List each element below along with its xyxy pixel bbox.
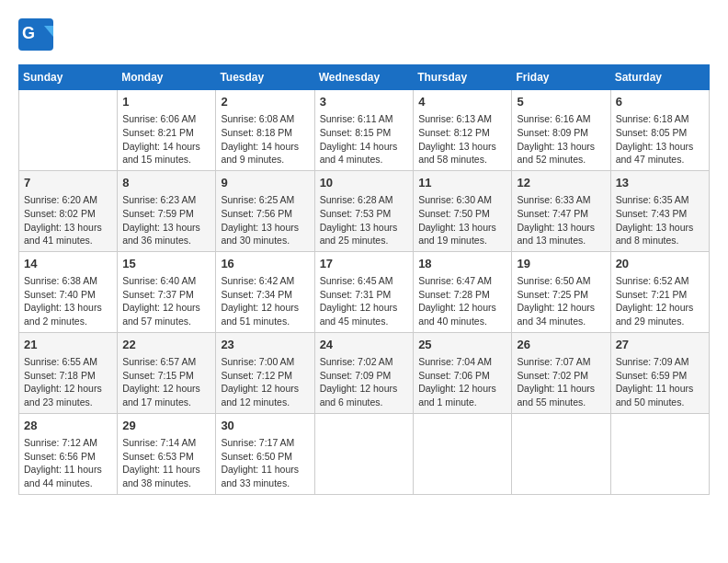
- day-number: 24: [320, 337, 409, 353]
- day-number: 26: [517, 337, 605, 353]
- calendar-cell: 28Sunrise: 7:12 AM Sunset: 6:56 PM Dayli…: [19, 413, 118, 494]
- header-cell-tuesday: Tuesday: [216, 65, 314, 90]
- day-number: 19: [517, 256, 605, 272]
- calendar-cell: 29Sunrise: 7:14 AM Sunset: 6:53 PM Dayli…: [118, 413, 216, 494]
- cell-content: Sunrise: 7:00 AM Sunset: 7:12 PM Dayligh…: [221, 355, 309, 409]
- header-cell-wednesday: Wednesday: [314, 65, 414, 90]
- week-row-2: 7Sunrise: 6:20 AM Sunset: 8:02 PM Daylig…: [19, 170, 710, 251]
- calendar-cell: 5Sunrise: 6:16 AM Sunset: 8:09 PM Daylig…: [512, 90, 610, 171]
- cell-content: Sunrise: 6:55 AM Sunset: 7:18 PM Dayligh…: [24, 355, 112, 409]
- cell-content: Sunrise: 6:06 AM Sunset: 8:21 PM Dayligh…: [122, 112, 210, 167]
- day-number: 18: [418, 256, 506, 272]
- cell-content: Sunrise: 6:20 AM Sunset: 8:02 PM Dayligh…: [24, 193, 112, 247]
- calendar-cell: 13Sunrise: 6:35 AM Sunset: 7:43 PM Dayli…: [610, 170, 709, 251]
- week-row-5: 28Sunrise: 7:12 AM Sunset: 6:56 PM Dayli…: [19, 413, 710, 494]
- calendar-cell: 27Sunrise: 7:09 AM Sunset: 6:59 PM Dayli…: [610, 332, 709, 413]
- calendar-cell: 15Sunrise: 6:40 AM Sunset: 7:37 PM Dayli…: [118, 251, 216, 332]
- day-number: 13: [616, 175, 704, 191]
- header-row: SundayMondayTuesdayWednesdayThursdayFrid…: [19, 65, 710, 90]
- day-number: 25: [418, 337, 506, 353]
- day-number: 29: [122, 418, 210, 434]
- calendar-cell: 8Sunrise: 6:23 AM Sunset: 7:59 PM Daylig…: [118, 170, 216, 251]
- cell-content: Sunrise: 7:17 AM Sunset: 6:50 PM Dayligh…: [221, 436, 309, 490]
- calendar-cell: [414, 413, 512, 494]
- calendar-cell: 25Sunrise: 7:04 AM Sunset: 7:06 PM Dayli…: [414, 332, 512, 413]
- header-cell-monday: Monday: [118, 65, 216, 90]
- cell-content: Sunrise: 6:23 AM Sunset: 7:59 PM Dayligh…: [122, 193, 210, 247]
- day-number: 30: [221, 418, 309, 434]
- day-number: 21: [24, 337, 112, 353]
- header-cell-friday: Friday: [512, 65, 610, 90]
- calendar-cell: 26Sunrise: 7:07 AM Sunset: 7:02 PM Dayli…: [512, 332, 610, 413]
- logo: G: [18, 18, 59, 51]
- cell-content: Sunrise: 6:13 AM Sunset: 8:12 PM Dayligh…: [418, 112, 506, 167]
- calendar-cell: 16Sunrise: 6:42 AM Sunset: 7:34 PM Dayli…: [216, 251, 314, 332]
- calendar-cell: 12Sunrise: 6:33 AM Sunset: 7:47 PM Dayli…: [512, 170, 610, 251]
- day-number: 11: [418, 175, 506, 191]
- day-number: 23: [221, 337, 309, 353]
- cell-content: Sunrise: 6:16 AM Sunset: 8:09 PM Dayligh…: [517, 112, 605, 167]
- cell-content: Sunrise: 6:45 AM Sunset: 7:31 PM Dayligh…: [320, 274, 409, 328]
- cell-content: Sunrise: 7:09 AM Sunset: 6:59 PM Dayligh…: [616, 355, 704, 409]
- cell-content: Sunrise: 6:57 AM Sunset: 7:15 PM Dayligh…: [122, 355, 210, 409]
- calendar-cell: [314, 413, 414, 494]
- cell-content: Sunrise: 7:04 AM Sunset: 7:06 PM Dayligh…: [418, 355, 506, 409]
- calendar-cell: 9Sunrise: 6:25 AM Sunset: 7:56 PM Daylig…: [216, 170, 314, 251]
- cell-content: Sunrise: 6:18 AM Sunset: 8:05 PM Dayligh…: [616, 112, 704, 167]
- day-number: 8: [122, 175, 210, 191]
- cell-content: Sunrise: 6:25 AM Sunset: 7:56 PM Dayligh…: [221, 193, 309, 247]
- day-number: 5: [517, 94, 605, 110]
- header-cell-thursday: Thursday: [414, 65, 512, 90]
- week-row-4: 21Sunrise: 6:55 AM Sunset: 7:18 PM Dayli…: [19, 332, 710, 413]
- cell-content: Sunrise: 6:52 AM Sunset: 7:21 PM Dayligh…: [616, 274, 704, 328]
- calendar-cell: [610, 413, 709, 494]
- calendar-cell: 14Sunrise: 6:38 AM Sunset: 7:40 PM Dayli…: [19, 251, 118, 332]
- calendar-cell: 30Sunrise: 7:17 AM Sunset: 6:50 PM Dayli…: [216, 413, 314, 494]
- day-number: 14: [24, 256, 112, 272]
- week-row-3: 14Sunrise: 6:38 AM Sunset: 7:40 PM Dayli…: [19, 251, 710, 332]
- header-cell-saturday: Saturday: [610, 65, 709, 90]
- cell-content: Sunrise: 6:40 AM Sunset: 7:37 PM Dayligh…: [122, 274, 210, 328]
- calendar-cell: 24Sunrise: 7:02 AM Sunset: 7:09 PM Dayli…: [314, 332, 414, 413]
- cell-content: Sunrise: 7:02 AM Sunset: 7:09 PM Dayligh…: [320, 355, 409, 409]
- calendar-cell: 21Sunrise: 6:55 AM Sunset: 7:18 PM Dayli…: [19, 332, 118, 413]
- calendar-cell: 2Sunrise: 6:08 AM Sunset: 8:18 PM Daylig…: [216, 90, 314, 171]
- cell-content: Sunrise: 6:30 AM Sunset: 7:50 PM Dayligh…: [418, 193, 506, 247]
- calendar-cell: 19Sunrise: 6:50 AM Sunset: 7:25 PM Dayli…: [512, 251, 610, 332]
- day-number: 16: [221, 256, 309, 272]
- calendar-cell: 11Sunrise: 6:30 AM Sunset: 7:50 PM Dayli…: [414, 170, 512, 251]
- cell-content: Sunrise: 6:38 AM Sunset: 7:40 PM Dayligh…: [24, 274, 112, 328]
- calendar-cell: 23Sunrise: 7:00 AM Sunset: 7:12 PM Dayli…: [216, 332, 314, 413]
- day-number: 28: [24, 418, 112, 434]
- day-number: 6: [616, 94, 704, 110]
- logo-icon: G: [18, 18, 55, 51]
- day-number: 27: [616, 337, 704, 353]
- calendar-cell: 17Sunrise: 6:45 AM Sunset: 7:31 PM Dayli…: [314, 251, 414, 332]
- day-number: 7: [24, 175, 112, 191]
- cell-content: Sunrise: 6:11 AM Sunset: 8:15 PM Dayligh…: [320, 112, 409, 167]
- day-number: 17: [320, 256, 409, 272]
- cell-content: Sunrise: 7:12 AM Sunset: 6:56 PM Dayligh…: [24, 436, 112, 490]
- day-number: 1: [122, 94, 210, 110]
- page-header: G: [18, 18, 710, 51]
- calendar-cell: 4Sunrise: 6:13 AM Sunset: 8:12 PM Daylig…: [414, 90, 512, 171]
- calendar-cell: 3Sunrise: 6:11 AM Sunset: 8:15 PM Daylig…: [314, 90, 414, 171]
- cell-content: Sunrise: 6:33 AM Sunset: 7:47 PM Dayligh…: [517, 193, 605, 247]
- calendar-cell: 18Sunrise: 6:47 AM Sunset: 7:28 PM Dayli…: [414, 251, 512, 332]
- cell-content: Sunrise: 6:08 AM Sunset: 8:18 PM Dayligh…: [221, 112, 309, 167]
- header-cell-sunday: Sunday: [19, 65, 118, 90]
- day-number: 22: [122, 337, 210, 353]
- day-number: 10: [320, 175, 409, 191]
- svg-text:G: G: [22, 24, 35, 42]
- cell-content: Sunrise: 6:50 AM Sunset: 7:25 PM Dayligh…: [517, 274, 605, 328]
- calendar-cell: [19, 90, 118, 171]
- cell-content: Sunrise: 7:07 AM Sunset: 7:02 PM Dayligh…: [517, 355, 605, 409]
- cell-content: Sunrise: 7:14 AM Sunset: 6:53 PM Dayligh…: [122, 436, 210, 490]
- calendar-cell: 6Sunrise: 6:18 AM Sunset: 8:05 PM Daylig…: [610, 90, 709, 171]
- day-number: 4: [418, 94, 506, 110]
- day-number: 3: [320, 94, 409, 110]
- day-number: 12: [517, 175, 605, 191]
- cell-content: Sunrise: 6:47 AM Sunset: 7:28 PM Dayligh…: [418, 274, 506, 328]
- cell-content: Sunrise: 6:28 AM Sunset: 7:53 PM Dayligh…: [320, 193, 409, 247]
- calendar-cell: [512, 413, 610, 494]
